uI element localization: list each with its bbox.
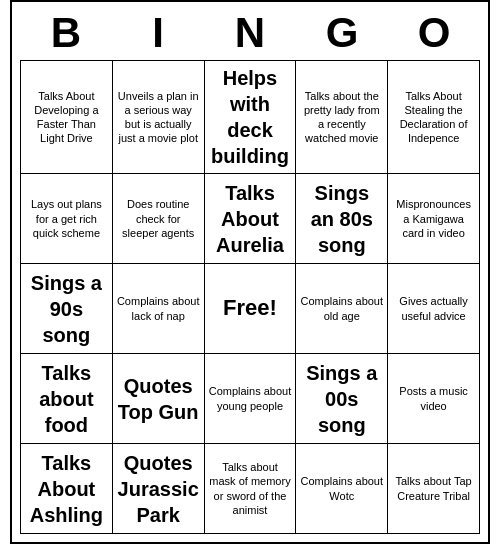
bingo-card: BINGO Talks About Developing a Faster Th… <box>10 0 490 544</box>
bingo-cell-19: Posts a music video <box>388 354 480 444</box>
bingo-cell-1: Unveils a plan in a serious way but is a… <box>113 61 205 174</box>
bingo-cell-13: Complains about old age <box>296 264 388 354</box>
bingo-letter-g: G <box>298 10 386 56</box>
bingo-cell-10: Sings a 90s song <box>21 264 113 354</box>
bingo-cell-15: Talks about food <box>21 354 113 444</box>
bingo-cell-5: Lays out plans for a get rich quick sche… <box>21 174 113 264</box>
bingo-cell-12: Free! <box>205 264 297 354</box>
bingo-cell-17: Complains about young people <box>205 354 297 444</box>
bingo-cell-9: Mispronounces a Kamigawa card in video <box>388 174 480 264</box>
bingo-cell-16: Quotes Top Gun <box>113 354 205 444</box>
bingo-letter-b: B <box>22 10 110 56</box>
bingo-cell-0: Talks About Developing a Faster Than Lig… <box>21 61 113 174</box>
bingo-cell-24: Talks about Tap Creature Tribal <box>388 444 480 534</box>
bingo-cell-11: Complains about lack of nap <box>113 264 205 354</box>
bingo-letter-o: O <box>390 10 478 56</box>
bingo-cell-8: Sings an 80s song <box>296 174 388 264</box>
bingo-cell-6: Does routine check for sleeper agents <box>113 174 205 264</box>
bingo-grid: Talks About Developing a Faster Than Lig… <box>20 60 480 534</box>
bingo-cell-20: Talks About Ashling <box>21 444 113 534</box>
bingo-cell-22: Talks about mask of memory or sword of t… <box>205 444 297 534</box>
bingo-cell-14: Gives actually useful advice <box>388 264 480 354</box>
bingo-cell-23: Complains about Wotc <box>296 444 388 534</box>
bingo-letter-i: I <box>114 10 202 56</box>
bingo-cell-3: Talks about the pretty lady from a recen… <box>296 61 388 174</box>
bingo-cell-18: Sings a 00s song <box>296 354 388 444</box>
bingo-letter-n: N <box>206 10 294 56</box>
bingo-cell-4: Talks About Stealing the Declaration of … <box>388 61 480 174</box>
bingo-cell-21: Quotes Jurassic Park <box>113 444 205 534</box>
bingo-cell-2: Helps with deck building <box>205 61 297 174</box>
bingo-cell-7: Talks About Aurelia <box>205 174 297 264</box>
bingo-title: BINGO <box>20 10 480 56</box>
